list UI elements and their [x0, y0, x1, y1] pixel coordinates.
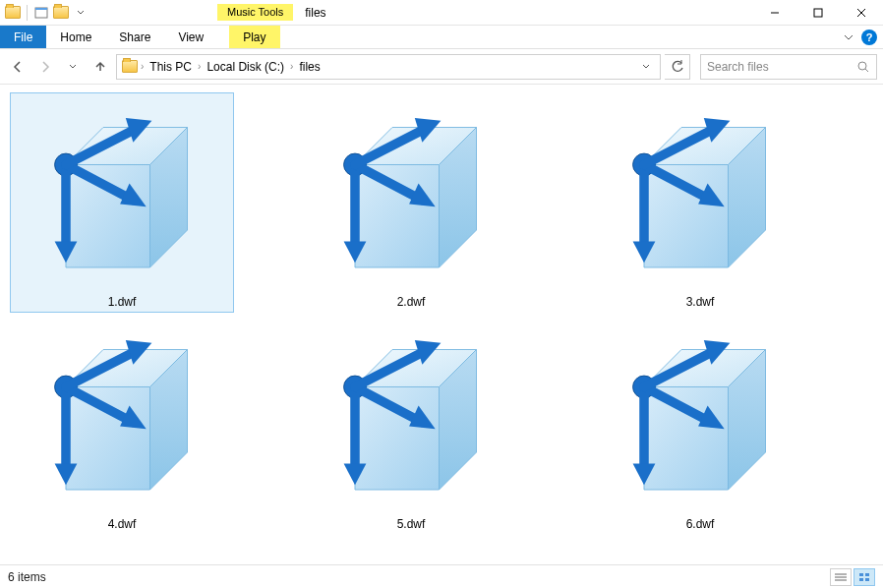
- window-title: files: [305, 6, 325, 20]
- dwf-file-icon: [602, 317, 798, 513]
- ribbon-collapse-icon[interactable]: [844, 32, 854, 42]
- search-box[interactable]: [700, 54, 877, 80]
- minimize-button[interactable]: [753, 0, 796, 26]
- thumbnails-view-button[interactable]: [854, 568, 875, 586]
- address-dropdown-icon[interactable]: [636, 63, 656, 71]
- quick-access-toolbar: [0, 4, 89, 22]
- dwf-file-icon: [24, 94, 220, 291]
- separator: [27, 5, 28, 21]
- svg-marker-38: [66, 387, 150, 491]
- svg-marker-28: [644, 165, 729, 268]
- dwf-file-icon: [602, 94, 798, 291]
- breadcrumb-this-pc[interactable]: This PC: [146, 60, 196, 74]
- svg-point-6: [858, 62, 866, 70]
- tab-file[interactable]: File: [0, 26, 46, 48]
- svg-rect-3: [814, 9, 822, 17]
- breadcrumb-files[interactable]: files: [295, 60, 324, 74]
- recent-locations-button[interactable]: [61, 55, 85, 79]
- dwf-file-icon: [313, 94, 509, 291]
- window-controls: [753, 0, 883, 26]
- svg-rect-71: [859, 573, 863, 576]
- dwf-file-icon: [313, 317, 509, 513]
- dwf-file-icon: [24, 317, 220, 513]
- file-item[interactable]: 1.dwf: [10, 92, 234, 313]
- folder-icon: [4, 4, 22, 22]
- tab-play[interactable]: Play: [229, 26, 279, 48]
- properties-icon[interactable]: [32, 4, 50, 22]
- file-item[interactable]: 6.dwf: [588, 315, 812, 535]
- file-item[interactable]: 3.dwf: [588, 92, 812, 313]
- close-button[interactable]: [840, 0, 883, 26]
- file-item[interactable]: 5.dwf: [299, 315, 523, 535]
- tab-share[interactable]: Share: [105, 26, 164, 48]
- file-name: 3.dwf: [682, 293, 719, 311]
- svg-rect-74: [865, 578, 869, 581]
- breadcrumb-local-disk[interactable]: Local Disk (C:): [203, 60, 288, 74]
- file-item[interactable]: 4.dwf: [10, 315, 234, 535]
- file-name: 2.dwf: [393, 293, 430, 311]
- chevron-right-icon[interactable]: ›: [141, 61, 144, 72]
- svg-marker-18: [355, 165, 440, 268]
- navigation-bar: › This PC › Local Disk (C:) › files: [0, 49, 883, 85]
- search-icon[interactable]: [856, 60, 870, 74]
- file-item[interactable]: 2.dwf: [299, 92, 523, 313]
- up-button[interactable]: [88, 55, 112, 79]
- tab-home[interactable]: Home: [46, 26, 105, 48]
- maximize-button[interactable]: [796, 0, 840, 26]
- refresh-button[interactable]: [665, 54, 690, 80]
- svg-line-7: [865, 69, 868, 72]
- file-name: 1.dwf: [104, 293, 141, 311]
- svg-marker-48: [355, 387, 440, 491]
- new-folder-icon[interactable]: [52, 4, 70, 22]
- svg-rect-1: [35, 8, 47, 10]
- svg-rect-73: [859, 578, 863, 581]
- address-bar[interactable]: › This PC › Local Disk (C:) › files: [116, 54, 661, 80]
- forward-button[interactable]: [33, 55, 57, 79]
- item-count: 6 items: [8, 570, 46, 584]
- folder-icon: [121, 58, 139, 76]
- status-bar: 6 items: [0, 564, 883, 588]
- file-name: 4.dwf: [104, 515, 141, 533]
- help-icon[interactable]: ?: [861, 29, 877, 45]
- title-bar: Music Tools files: [0, 0, 883, 26]
- chevron-right-icon[interactable]: ›: [290, 61, 293, 72]
- back-button[interactable]: [6, 55, 29, 79]
- ribbon-tabs: File Home Share View Play ?: [0, 26, 883, 49]
- file-name: 5.dwf: [393, 515, 430, 533]
- file-list[interactable]: 1.dwf 2.dwf: [0, 85, 883, 564]
- contextual-tab-label: Music Tools: [217, 4, 293, 20]
- chevron-right-icon[interactable]: ›: [198, 61, 201, 72]
- qat-dropdown-icon[interactable]: [72, 4, 89, 22]
- file-name: 6.dwf: [682, 515, 719, 533]
- svg-marker-8: [66, 165, 150, 268]
- search-input[interactable]: [707, 60, 856, 74]
- svg-marker-58: [644, 387, 729, 491]
- tab-view[interactable]: View: [164, 26, 217, 48]
- details-view-button[interactable]: [830, 568, 852, 586]
- svg-rect-72: [865, 573, 869, 576]
